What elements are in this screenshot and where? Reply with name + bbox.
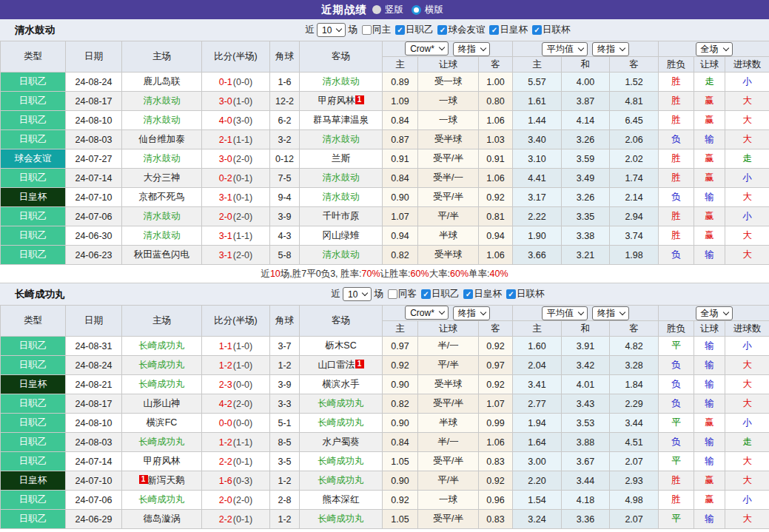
odds-company-select[interactable]: Crow* <box>405 41 449 55</box>
away-team[interactable]: 长崎成功丸 <box>318 456 364 466</box>
league-checkbox[interactable]: ✓ <box>421 289 431 299</box>
league-filter[interactable]: ✓日皇杯 <box>463 288 502 300</box>
same-venue-checkbox[interactable] <box>388 289 397 299</box>
radio-horizontal-layout[interactable] <box>412 5 421 15</box>
away-team[interactable]: 千叶市原 <box>323 211 360 221</box>
away-team[interactable]: 长崎成功丸 <box>318 398 364 408</box>
home-team[interactable]: 秋田蓝色闪电 <box>134 249 189 260</box>
home-team-cell: 清水鼓动 <box>122 149 202 169</box>
home-team-cell: 清水鼓动 <box>122 226 202 246</box>
home-team[interactable]: 清水鼓动 <box>144 153 181 164</box>
league-filter[interactable]: ✓日皇杯 <box>489 24 528 36</box>
league-badge: 日皇杯 <box>1 375 66 394</box>
away-team[interactable]: 山口雷法1 <box>318 360 364 370</box>
scope-select[interactable]: 全场 <box>696 42 733 56</box>
match-row: 日职乙24-08-17清水鼓动3-0(1-0)12-2甲府风林11.09一球0.… <box>1 92 769 111</box>
final-odds-select[interactable]: 终指 <box>453 306 490 320</box>
home-team[interactable]: 清水鼓动 <box>144 230 181 240</box>
league-filter[interactable]: ✓球会友谊 <box>437 24 485 36</box>
away-team[interactable]: 熊本深红 <box>323 494 360 505</box>
same-venue-filter[interactable]: 同客 <box>388 288 417 300</box>
home-team[interactable]: 长崎成功丸 <box>138 379 185 389</box>
match-count-select[interactable]: 10 <box>343 287 372 301</box>
near-label: 近 <box>306 24 315 36</box>
away-team[interactable]: 枥木SC <box>325 340 356 351</box>
league-checkbox[interactable]: ✓ <box>437 25 447 35</box>
league-checkbox[interactable]: ✓ <box>532 25 542 35</box>
league-checkbox[interactable]: ✓ <box>395 25 405 35</box>
league-checkbox[interactable]: ✓ <box>489 25 499 35</box>
score-cell: 3-0(1-0) <box>202 92 270 111</box>
home-team[interactable]: 长崎成功丸 <box>138 494 185 505</box>
result-handicap: 赢 <box>694 414 725 433</box>
scope-select[interactable]: 全场 <box>696 306 733 320</box>
home-team[interactable]: 德岛漩涡 <box>144 514 181 524</box>
match-count-select[interactable]: 10 <box>317 23 346 37</box>
match-date: 24-08-17 <box>66 394 122 414</box>
away-team[interactable]: 长崎成功丸 <box>318 514 364 524</box>
home-team[interactable]: 清水鼓动 <box>144 95 181 106</box>
column-header: 类型 <box>1 306 66 337</box>
final-odds-select-2[interactable]: 终指 <box>592 42 629 56</box>
home-team[interactable]: 甲府风林 <box>144 456 181 466</box>
league-filter[interactable]: ✓日联杯 <box>532 24 571 36</box>
away-team[interactable]: 清水鼓动 <box>323 172 360 183</box>
odds-select-group: Crow*终指 <box>383 306 513 321</box>
home-team[interactable]: 长崎成功丸 <box>138 340 185 351</box>
match-row: 日职乙24-07-06长崎成功丸2-0(2-0)2-8熊本深红0.92一球0.9… <box>1 491 769 510</box>
match-date: 24-08-03 <box>66 130 122 149</box>
avg-odds-select[interactable]: 平均值 <box>542 42 588 56</box>
away-team[interactable]: 甲府风林1 <box>318 95 364 106</box>
home-team[interactable]: 长崎成功丸 <box>138 437 185 447</box>
away-team[interactable]: 横滨水手 <box>323 379 360 389</box>
summary-part: 40% <box>490 269 508 279</box>
home-team-name: 京都不死鸟 <box>138 192 185 202</box>
home-team[interactable]: 清水鼓动 <box>144 211 181 221</box>
match-count-select-value: 10 <box>322 25 332 36</box>
away-team[interactable]: 长崎成功丸 <box>318 417 364 428</box>
home-team[interactable]: 长崎成功丸 <box>138 360 185 370</box>
same-venue-filter[interactable]: 同主 <box>362 24 391 36</box>
home-team[interactable]: 山形山神 <box>144 398 181 408</box>
home-team[interactable]: 鹿儿岛联 <box>144 76 181 87</box>
sub-column-header: 主 <box>513 321 562 337</box>
score-cell: 2-2(0-1) <box>202 510 270 529</box>
final-odds-select-2[interactable]: 终指 <box>592 306 629 320</box>
final-odds-select[interactable]: 终指 <box>453 42 490 56</box>
same-venue-checkbox[interactable] <box>362 25 372 35</box>
half-time-score: (2-0) <box>233 212 252 222</box>
full-time-score: 3-0 <box>219 96 232 107</box>
avg-home: 1.90 <box>513 226 562 246</box>
odds-company-select[interactable]: Crow* <box>405 306 449 320</box>
away-team[interactable]: 清水鼓动 <box>323 76 360 87</box>
avg-home: 3.41 <box>513 375 562 394</box>
avg-odds-select[interactable]: 平均值 <box>542 306 588 320</box>
sub-column-header: 胜负 <box>659 57 694 73</box>
result-goals: 走 <box>725 149 769 169</box>
league-checkbox[interactable]: ✓ <box>463 289 473 299</box>
league-badge: 日职乙 <box>1 414 66 433</box>
league-filter[interactable]: ✓日职乙 <box>395 24 434 36</box>
match-row: 日职乙24-08-03仙台维加泰2-1(1-1)3-2清水鼓动0.87受半球1.… <box>1 130 769 149</box>
league-checkbox[interactable]: ✓ <box>506 289 516 299</box>
away-team[interactable]: 清水鼓动 <box>323 249 360 260</box>
away-team[interactable]: 群马草津温泉 <box>313 115 369 125</box>
home-team[interactable]: 清水鼓动 <box>144 115 181 125</box>
away-team[interactable]: 水户蜀葵 <box>323 437 360 447</box>
home-team[interactable]: 大分三神 <box>144 172 181 183</box>
avg-home: 5.57 <box>513 73 562 92</box>
away-team[interactable]: 兰斯 <box>332 153 350 164</box>
radio-vertical-layout[interactable] <box>372 5 381 14</box>
away-team[interactable]: 清水鼓动 <box>323 192 360 202</box>
away-team[interactable]: 清水鼓动 <box>323 134 360 144</box>
league-filter[interactable]: ✓日职乙 <box>421 288 460 300</box>
avg-home: 1.54 <box>513 491 562 510</box>
home-team[interactable]: 仙台维加泰 <box>138 134 185 144</box>
away-team[interactable]: 冈山绿雉 <box>323 230 360 240</box>
home-team[interactable]: 京都不死鸟 <box>138 192 185 202</box>
home-team[interactable]: 横滨FC <box>147 417 178 428</box>
score-cell: 2-0(2-0) <box>202 207 270 226</box>
home-team[interactable]: 1新泻天鹅 <box>139 475 185 485</box>
away-team[interactable]: 长崎成功丸 <box>318 475 364 485</box>
league-filter[interactable]: ✓日联杯 <box>506 288 545 300</box>
